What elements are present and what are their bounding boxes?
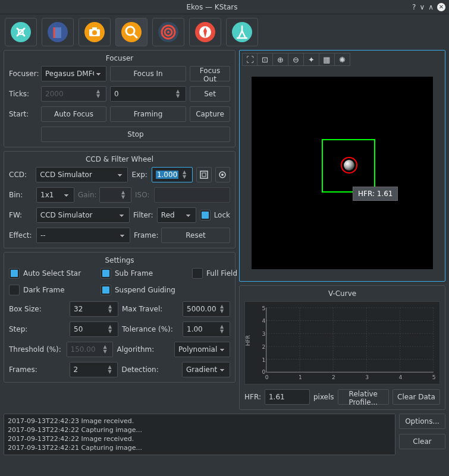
capture-tab[interactable] (79, 18, 111, 46)
focuser-device-select[interactable]: Pegasus DMFC (41, 66, 106, 81)
log-box[interactable]: 2017-09-13T22:42:23 Image received. 2017… (4, 414, 395, 455)
ccd-panel: CCD & Filter Wheel CCD: CCD Simulator Ex… (4, 151, 236, 248)
frame-label: Frame: (134, 231, 158, 239)
frames-label: Frames: (9, 365, 66, 374)
zoom-1to1-icon[interactable]: ⊡ (258, 53, 273, 66)
vcurve-title: V-Curve (244, 289, 440, 298)
log-line: 2017-09-13T22:42:23 Image received. (8, 417, 391, 425)
svg-point-12 (167, 31, 169, 33)
svg-text:5: 5 (262, 305, 266, 311)
algorithm-label: Algorithm: (117, 345, 171, 354)
vcurve-panel: V-Curve 543210 012345 HFR HFR: (239, 285, 445, 410)
sub-frame-checkbox[interactable]: Sub Frame (101, 268, 178, 279)
svg-point-7 (121, 22, 142, 42)
svg-text:1: 1 (299, 374, 302, 380)
crosshair-icon[interactable]: ✦ (304, 53, 319, 66)
options-button[interactable]: Options... (399, 414, 445, 429)
lock-checkbox[interactable]: Lock (200, 210, 230, 220)
clear-data-button[interactable]: Clear Data (393, 389, 440, 405)
gain-label: Gain: (78, 191, 96, 199)
filter-label: Filter: (133, 211, 153, 219)
step-label: Step: (9, 325, 66, 333)
star-detect-icon[interactable]: ✺ (335, 53, 350, 66)
preview-toolbar: ⛶ ⊡ ⊕ ⊖ ✦ ▦ ✺ (242, 53, 442, 66)
mount-tab[interactable] (226, 18, 258, 46)
svg-text:3: 3 (262, 331, 266, 337)
threshold-label: Threshold (%): (9, 345, 63, 354)
svg-point-5 (92, 30, 97, 35)
svg-text:4: 4 (262, 319, 266, 324)
minimize-button[interactable]: ∨ (419, 3, 425, 11)
focus-out-button[interactable]: Focus Out (190, 66, 230, 81)
clear-log-button[interactable]: Clear (399, 434, 445, 449)
algorithm-select[interactable]: Polynomial (174, 342, 230, 357)
suspend-guiding-checkbox[interactable]: Suspend Guiding (101, 285, 178, 295)
exposure-spin[interactable]: 1.000▲▼ (152, 167, 193, 182)
focuser-label: Focuser: (9, 70, 37, 78)
hfr-label: HFR: (244, 393, 261, 401)
svg-rect-6 (92, 27, 97, 30)
auto-select-star-checkbox[interactable]: Auto Select Star (9, 268, 86, 279)
tolerance-spin[interactable]: 1.00▲▼ (183, 321, 230, 337)
hfr-badge: HFR: 1.61 (353, 187, 398, 201)
pixels-label: pixels (313, 393, 334, 401)
preview-image[interactable]: HFR: 1.61 (252, 77, 433, 269)
iso-label: ISO: (135, 191, 150, 199)
detection-select[interactable]: Gradient (182, 362, 230, 377)
scheduler-tab[interactable] (42, 18, 74, 46)
framing-button[interactable]: Framing (110, 106, 186, 122)
zoom-in-icon[interactable]: ⊕ (273, 53, 288, 66)
window-title: Ekos — KStars (12, 3, 412, 11)
detection-label: Detection: (121, 365, 178, 374)
log-line: 2017-09-13T22:42:21 Capturing image... (8, 443, 391, 452)
filter-select[interactable]: Red (157, 207, 196, 223)
star-dot (344, 160, 354, 171)
log-line: 2017-09-13T22:42:22 Capturing image... (8, 425, 391, 434)
svg-text:2: 2 (332, 374, 335, 380)
reset-frame-button[interactable]: Reset (161, 228, 230, 243)
ccd-device-select[interactable]: CCD Simulator (36, 167, 128, 182)
focus-tab[interactable] (115, 18, 147, 46)
dark-frame-checkbox[interactable]: Dark Frame (9, 285, 86, 295)
gain-spin: ▲▼ (99, 187, 131, 203)
stop-button[interactable]: Stop (41, 127, 230, 142)
set-button[interactable]: Set (190, 86, 230, 102)
max-travel-spin[interactable]: 5000.00▲▼ (183, 301, 230, 317)
auto-focus-button[interactable]: Auto Focus (41, 106, 106, 122)
fw-device-select[interactable]: CCD Simulator (36, 207, 130, 223)
zoom-out-icon[interactable]: ⊖ (288, 53, 304, 66)
focuser-title: Focuser (9, 54, 230, 62)
svg-text:4: 4 (399, 374, 403, 380)
vcurve-plot: 543210 012345 HFR (244, 301, 440, 384)
guide-tab[interactable] (189, 18, 221, 46)
log-line: 2017-09-13T22:42:22 Image received. (8, 434, 391, 443)
grid-icon[interactable]: ▦ (319, 53, 335, 66)
help-button[interactable]: ? (412, 3, 416, 11)
box-size-label: Box Size: (9, 305, 66, 313)
step-spin[interactable]: 50▲▼ (70, 321, 118, 337)
effect-select[interactable]: -- (36, 228, 130, 243)
capture-button[interactable]: Capture (190, 106, 230, 122)
frames-spin[interactable]: 2▲▼ (70, 362, 118, 377)
setup-tab[interactable] (5, 18, 37, 46)
maximize-button[interactable]: ∧ (428, 3, 434, 11)
relative-profile-button[interactable]: Relative Profile... (338, 389, 389, 405)
titlebar: Ekos — KStars ? ∨ ∧ ✕ (0, 0, 449, 14)
focus-in-button[interactable]: Focus In (110, 66, 186, 81)
exp-label: Exp: (131, 171, 147, 179)
settings-panel: Settings Auto Select Star Sub Frame Full… (4, 252, 236, 383)
svg-text:0: 0 (265, 374, 269, 380)
toggle-full-frame-button[interactable] (196, 167, 212, 182)
bin-select[interactable]: 1x1 (36, 187, 74, 203)
threshold-spin: 150.00▲▼ (67, 342, 114, 357)
zoom-fit-icon[interactable]: ⛶ (242, 53, 258, 66)
ticks-target-spin[interactable]: 0▲▼ (110, 86, 186, 102)
live-video-button[interactable] (215, 167, 231, 182)
close-button[interactable]: ✕ (437, 3, 445, 11)
bin-label: Bin: (9, 191, 33, 199)
align-tab[interactable] (152, 18, 184, 46)
preview-panel: ⛶ ⊡ ⊕ ⊖ ✦ ▦ ✺ HFR: 1.61 (239, 50, 445, 282)
box-size-spin[interactable]: 32▲▼ (70, 301, 118, 317)
iso-select (154, 187, 230, 203)
hfr-value-field[interactable] (265, 389, 310, 405)
